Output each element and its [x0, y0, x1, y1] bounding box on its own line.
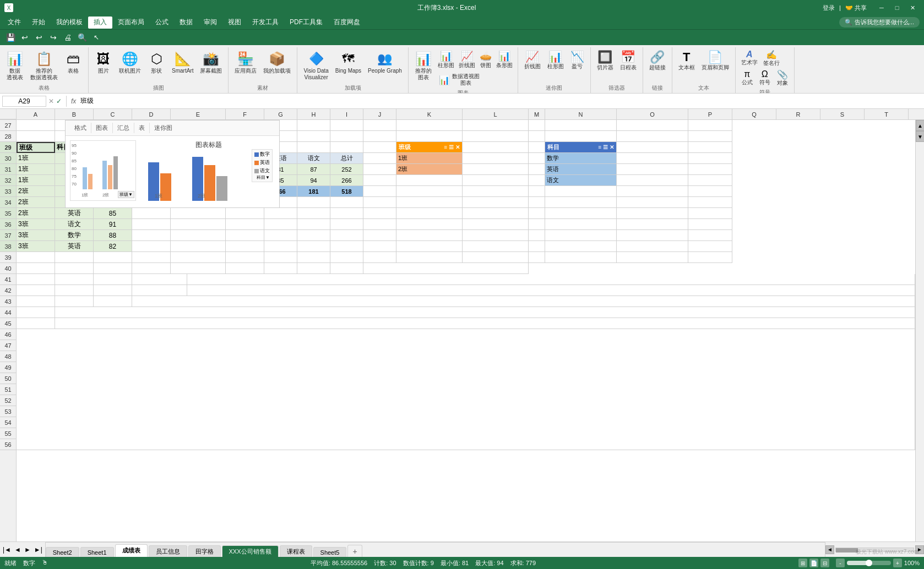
sparkline-winloss-btn[interactable]: 📉 盈亏	[568, 48, 587, 72]
my-addins-btn[interactable]: 📦 我的加载项	[260, 48, 293, 76]
cell-L33[interactable]	[463, 186, 529, 197]
col-header-L[interactable]: L	[463, 109, 529, 119]
cell-I35[interactable]	[330, 208, 363, 219]
sheet-tab-sheet1[interactable]: Sheet1	[80, 547, 114, 557]
col-header-T[interactable]: T	[865, 109, 909, 119]
cell-P33[interactable]	[688, 186, 732, 197]
col-header-I[interactable]: I	[330, 109, 363, 119]
cell-K39[interactable]	[396, 252, 463, 263]
col-header-H[interactable]: H	[297, 109, 330, 119]
cell-O36[interactable]	[617, 219, 688, 230]
cell-O28[interactable]	[617, 131, 688, 142]
cell-I28[interactable]	[330, 131, 363, 142]
cell-A33[interactable]: 2班	[17, 186, 55, 197]
vertical-scrollbar[interactable]: ▲ ▼	[915, 120, 924, 541]
col-header-A[interactable]: A	[17, 109, 55, 119]
cell-A41[interactable]	[17, 274, 55, 285]
cell-H29[interactable]	[297, 142, 330, 153]
row-54[interactable]: 54	[0, 417, 16, 428]
cell-M36[interactable]	[529, 219, 545, 230]
cell-H27[interactable]	[297, 120, 330, 131]
cell-H35[interactable]	[297, 208, 330, 219]
cell-J37[interactable]	[363, 230, 396, 241]
cell-A38[interactable]: 3班	[17, 241, 55, 252]
cell-P37[interactable]	[688, 230, 732, 241]
cell-B39[interactable]	[55, 252, 94, 263]
cell-C35[interactable]: 85	[94, 208, 132, 219]
formula-btn[interactable]: π 公式	[739, 68, 755, 87]
cell-M37[interactable]	[529, 230, 545, 241]
scroll-down-btn[interactable]: ▼	[916, 131, 924, 142]
scroll-up-btn[interactable]: ▲	[916, 120, 924, 131]
legend-filter[interactable]: 科目▼	[254, 174, 270, 180]
col-header-O[interactable]: O	[617, 109, 688, 119]
col-header-D[interactable]: D	[132, 109, 171, 119]
symbol-btn[interactable]: Ω 符号	[757, 68, 773, 87]
cell-A27[interactable]	[17, 120, 55, 131]
cell-G38[interactable]	[264, 241, 297, 252]
column-chart-btn[interactable]: 📊 柱形图	[436, 48, 456, 70]
slicer-subject-item2[interactable]: 英语	[545, 164, 617, 175]
col-header-M[interactable]: M	[529, 109, 545, 119]
cell-I40[interactable]	[330, 263, 363, 274]
cell-H34[interactable]	[297, 197, 330, 208]
cell-A37[interactable]: 3班	[17, 230, 55, 241]
cell-I37[interactable]	[330, 230, 363, 241]
confirm-formula-icon[interactable]: ✓	[56, 97, 62, 105]
sheet-tab-sheet2[interactable]: Sheet2	[46, 547, 79, 557]
tab-chart[interactable]: 图表	[91, 123, 113, 133]
slicer-btn[interactable]: 🔲 切片器	[594, 48, 616, 73]
cell-N28[interactable]	[545, 131, 617, 142]
recommend-pivot-btn[interactable]: 📋 推荐的数据透视表	[28, 48, 61, 83]
cell-E40[interactable]	[171, 263, 226, 274]
bing-maps-btn[interactable]: 🗺 Bing Maps	[333, 48, 364, 76]
cell-O32[interactable]	[617, 175, 688, 186]
cell-B38[interactable]: 英语	[55, 241, 94, 252]
hyperlink-btn[interactable]: 🔗 超链接	[646, 48, 668, 73]
bar-chart-btn[interactable]: 📊 条形图	[494, 48, 514, 70]
cell-H28[interactable]	[297, 131, 330, 142]
chart-class-filter[interactable]: 班级▼	[118, 191, 134, 198]
pivot-chart-btn[interactable]: 📊 数据透视图图表	[436, 72, 482, 88]
cell-J36[interactable]	[363, 219, 396, 230]
cell-G39[interactable]	[264, 252, 297, 263]
nav-prev-sheet[interactable]: ◄	[13, 546, 23, 554]
cancel-formula-icon[interactable]: ✕	[48, 97, 54, 105]
cell-rest-41[interactable]	[187, 274, 915, 285]
minimize-btn[interactable]: ─	[874, 2, 889, 13]
cell-H36[interactable]	[297, 219, 330, 230]
cell-B41[interactable]	[55, 274, 94, 285]
cell-A40[interactable]	[17, 263, 55, 274]
online-picture-btn[interactable]: 🌐 联机图片	[116, 48, 144, 76]
slicer-class-item2[interactable]: 2班	[396, 164, 463, 175]
cell-J39[interactable]	[363, 252, 396, 263]
smartart-btn[interactable]: 📐 SmartArt	[169, 48, 196, 76]
visio-btn[interactable]: 🔷 Visio DataVisualizer	[301, 48, 331, 83]
cell-N36[interactable]	[545, 219, 617, 230]
cell-A28[interactable]	[17, 131, 55, 142]
cell-L32[interactable]	[463, 175, 529, 186]
row-37[interactable]: 37	[0, 230, 16, 241]
row-28[interactable]: 28	[0, 131, 16, 142]
cell-I34[interactable]	[330, 197, 363, 208]
row-36[interactable]: 36	[0, 219, 16, 230]
page-view-btn[interactable]: 📄	[809, 559, 818, 567]
cell-C39[interactable]	[94, 252, 132, 263]
cell-rest-42[interactable]	[187, 285, 915, 296]
menu-start[interactable]: 开始	[26, 17, 51, 29]
cell-M31[interactable]	[529, 164, 545, 175]
cell-D37[interactable]	[132, 230, 171, 241]
cell-rest-45[interactable]	[55, 318, 915, 329]
cell-P29[interactable]	[688, 142, 732, 153]
tab-summary[interactable]: 汇总	[113, 123, 134, 133]
cell-N38[interactable]	[545, 241, 617, 252]
slicer-subject-item3[interactable]: 语文	[545, 175, 617, 186]
col-header-R[interactable]: R	[776, 109, 820, 119]
cell-I36[interactable]	[330, 219, 363, 230]
row-34[interactable]: 34	[0, 197, 16, 208]
cell-H38[interactable]	[297, 241, 330, 252]
cell-H37[interactable]	[297, 230, 330, 241]
cell-B43[interactable]	[55, 296, 94, 307]
cell-A43[interactable]	[17, 296, 55, 307]
cell-M30[interactable]	[529, 153, 545, 164]
